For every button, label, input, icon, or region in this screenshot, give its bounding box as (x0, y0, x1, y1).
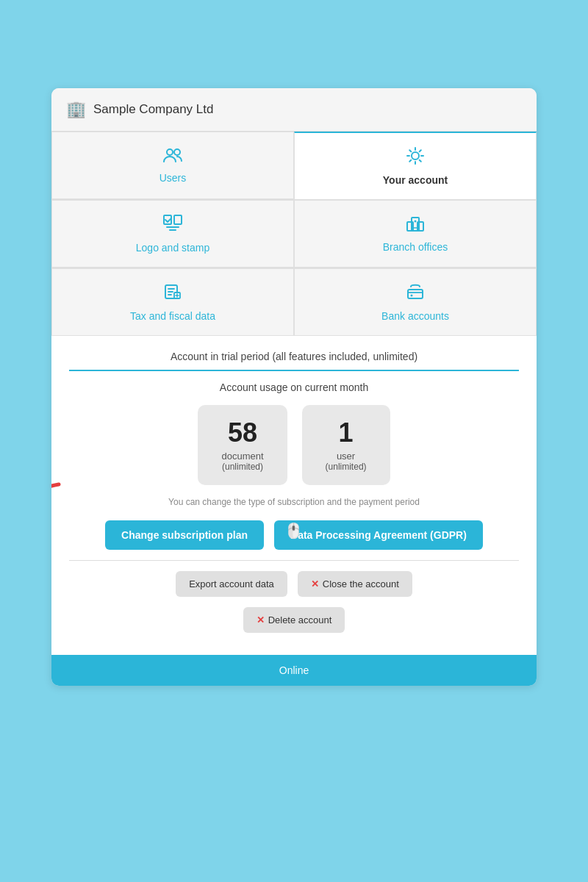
change-plan-wrapper: Change subscription plan 🖱️ (105, 520, 264, 550)
card-header: 🏢 Sample Company Ltd (51, 88, 537, 132)
account-icon (406, 146, 425, 170)
stat-doc-number: 58 (221, 418, 263, 448)
svg-point-9 (415, 220, 417, 223)
stats-row: 58 document (unlimited) 1 user (unlimite… (69, 405, 519, 485)
gdpr-button[interactable]: Data Processing Agreement (GDPR) (274, 520, 483, 550)
x-icon-close: ✕ (311, 578, 319, 589)
tab-branch-label: Branch offices (383, 241, 448, 253)
tabs-row-2: Logo and stamp Branch offices (51, 199, 537, 268)
export-account-button[interactable]: Export account data (176, 571, 287, 597)
tab-bank-label: Bank accounts (381, 310, 449, 322)
company-icon: 🏢 (66, 100, 86, 119)
x-icon-delete: ✕ (257, 614, 265, 625)
bottom-bar: Online (51, 655, 537, 686)
delete-account-label: Delete account (268, 614, 332, 625)
close-account-label: Close the account (323, 578, 399, 589)
stat-doc-type: document (221, 451, 263, 462)
branch-offices-icon (405, 215, 426, 237)
tab-users[interactable]: Users (51, 132, 294, 199)
tab-tax-label: Tax and fiscal data (130, 310, 215, 322)
change-subscription-button[interactable]: Change subscription plan (105, 520, 264, 550)
main-buttons-row: Change subscription plan 🖱️ Data Process… (69, 520, 519, 550)
content-area: Account in trial period (all features in… (51, 336, 537, 655)
stat-user-type: user (326, 451, 367, 462)
actions-row: Export account data ✕ Close the account (69, 571, 519, 597)
tabs-row-3: Tax and fiscal data Bank accounts (51, 268, 537, 336)
tab-users-label: Users (159, 172, 187, 184)
tab-your-account[interactable]: Your account (294, 132, 537, 199)
bottom-bar-label: Online (279, 664, 309, 676)
delete-row: ✕ Delete account (69, 607, 519, 633)
bank-accounts-icon (406, 282, 425, 306)
stat-documents: 58 document (unlimited) (198, 405, 287, 485)
tab-branch-offices[interactable]: Branch offices (294, 200, 537, 268)
close-account-button[interactable]: ✕ Close the account (298, 571, 412, 597)
tab-account-label: Your account (383, 174, 448, 186)
stat-user-limit: (unlimited) (326, 462, 367, 472)
tab-logo-stamp[interactable]: Logo and stamp (51, 200, 294, 268)
company-name: Sample Company Ltd (93, 102, 213, 117)
stat-user-number: 1 (326, 418, 367, 448)
stat-users: 1 user (unlimited) (302, 405, 390, 485)
tabs-row-1: Users Your account (51, 132, 537, 199)
svg-rect-12 (408, 290, 423, 298)
users-icon (162, 147, 183, 168)
tax-fiscal-icon (163, 282, 182, 306)
svg-point-13 (411, 295, 413, 297)
stat-doc-limit: (unlimited) (221, 462, 263, 472)
hint-text: You can change the type of subscription … (69, 497, 519, 507)
arrow-annotation (51, 477, 66, 553)
svg-point-1 (167, 149, 173, 155)
main-card: 🏢 Sample Company Ltd Users Y (51, 88, 537, 686)
logo-stamp-icon (162, 214, 183, 237)
svg-point-3 (412, 152, 419, 159)
svg-rect-5 (174, 215, 182, 224)
tab-logo-label: Logo and stamp (136, 242, 209, 254)
tab-tax-fiscal[interactable]: Tax and fiscal data (51, 268, 294, 336)
delete-account-button[interactable]: ✕ Delete account (243, 607, 345, 633)
trial-banner: Account in trial period (all features in… (69, 351, 519, 371)
svg-point-2 (174, 149, 180, 155)
usage-label: Account usage on current month (69, 381, 519, 393)
tab-bank-accounts[interactable]: Bank accounts (294, 268, 537, 336)
